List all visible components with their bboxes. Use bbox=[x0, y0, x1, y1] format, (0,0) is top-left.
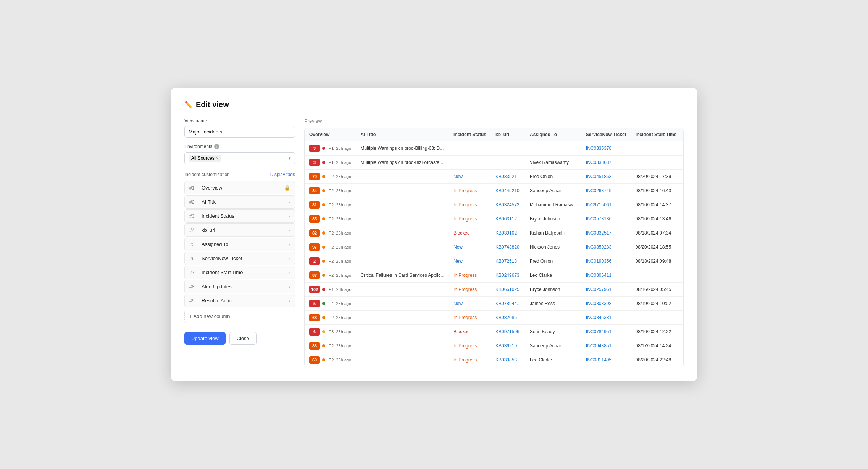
kb-url-link[interactable]: KB039102 bbox=[495, 230, 517, 236]
servicenow-link[interactable]: INC0451863 bbox=[586, 174, 611, 179]
servicenow-ticket-cell[interactable]: INC0648851 bbox=[581, 339, 631, 353]
kb-url-link[interactable]: KB033521 bbox=[495, 174, 517, 179]
servicenow-ticket-cell[interactable]: INC0333637 bbox=[581, 156, 631, 170]
servicenow-ticket-cell[interactable]: INC0808398 bbox=[581, 297, 631, 311]
servicenow-link[interactable]: INC0332517 bbox=[586, 230, 611, 236]
kb-url-cell[interactable]: KB039102 bbox=[491, 226, 525, 240]
kb-url-cell[interactable] bbox=[491, 156, 525, 170]
table-row[interactable]: 81 P2 23h ago In ProgressKB0324572Mohamm… bbox=[305, 198, 684, 212]
kb-url-cell[interactable]: KB072518 bbox=[491, 254, 525, 268]
kb-url-link[interactable]: KB0661025 bbox=[495, 287, 520, 292]
table-row[interactable]: 102 P1 23h ago In ProgressKB0661025Bryce… bbox=[305, 283, 684, 297]
servicenow-link[interactable]: INC0268749 bbox=[586, 188, 611, 193]
env-select-box[interactable]: All Sources × ▾ bbox=[184, 152, 295, 164]
servicenow-ticket-cell[interactable]: INC0784951 bbox=[581, 325, 631, 339]
servicenow-ticket-cell[interactable]: INC0451863 bbox=[581, 170, 631, 184]
column-item[interactable]: #8 Alert Updates › bbox=[184, 280, 295, 293]
column-item[interactable]: #2 AI Title › bbox=[184, 195, 295, 209]
table-row[interactable]: 68 P2 23h ago In ProgressKB082086INC0345… bbox=[305, 311, 684, 325]
display-tags-link[interactable]: Display tags bbox=[270, 172, 295, 177]
kb-url-cell[interactable]: KB0743820 bbox=[491, 240, 525, 254]
kb-url-cell[interactable]: KB0445210 bbox=[491, 184, 525, 198]
servicenow-link[interactable]: INC0190356 bbox=[586, 259, 611, 264]
kb-url-link[interactable]: KB039853 bbox=[495, 357, 517, 363]
servicenow-ticket-cell[interactable]: INC0257961 bbox=[581, 283, 631, 297]
servicenow-ticket-cell[interactable]: INC0811495 bbox=[581, 353, 631, 367]
close-button[interactable]: Close bbox=[229, 332, 257, 345]
ai-title-cell: Multiple Warnings on prod-Billing-63: D.… bbox=[356, 141, 449, 156]
servicenow-link[interactable]: INC0850283 bbox=[586, 244, 611, 250]
kb-url-link[interactable]: KB072518 bbox=[495, 259, 517, 264]
servicenow-ticket-cell[interactable]: INC0345381 bbox=[581, 311, 631, 325]
kb-url-cell[interactable]: KB039853 bbox=[491, 353, 525, 367]
kb-url-link[interactable]: KB082086 bbox=[495, 315, 517, 320]
column-item[interactable]: #7 Incident Start Time › bbox=[184, 266, 295, 279]
kb-url-link[interactable]: KB0743820 bbox=[495, 244, 520, 250]
table-row[interactable]: 5 P4 23h ago NewKB078944...James RossINC… bbox=[305, 297, 684, 311]
view-name-input[interactable] bbox=[184, 126, 295, 138]
table-row[interactable]: 2 P2 23h ago NewKB072518Fred OnionINC019… bbox=[305, 254, 684, 268]
table-row[interactable]: 85 P2 23h ago In ProgressKB063112Bryce J… bbox=[305, 212, 684, 226]
kb-url-cell[interactable] bbox=[491, 141, 525, 156]
kb-url-cell[interactable]: KB033521 bbox=[491, 170, 525, 184]
servicenow-ticket-cell[interactable]: INC0335378 bbox=[581, 141, 631, 156]
kb-url-cell[interactable]: KB0971506 bbox=[491, 325, 525, 339]
update-view-button[interactable]: Update view bbox=[184, 332, 226, 345]
column-item[interactable]: #3 Incident Status › bbox=[184, 209, 295, 223]
column-number: #9 bbox=[189, 298, 198, 304]
column-item[interactable]: #1 Overview 🔒 bbox=[184, 181, 295, 194]
kb-url-cell[interactable]: KB078944... bbox=[491, 297, 525, 311]
table-row[interactable]: 84 P2 23h ago In ProgressKB0445210Sandee… bbox=[305, 184, 684, 198]
table-row[interactable]: 82 P2 23h ago BlockedKB039102Kishan Bali… bbox=[305, 226, 684, 240]
incident-time: P3 bbox=[329, 329, 334, 334]
servicenow-link[interactable]: INC9715061 bbox=[586, 202, 611, 207]
kb-url-cell[interactable]: KB063112 bbox=[491, 212, 525, 226]
kb-url-cell[interactable]: KB036210 bbox=[491, 339, 525, 353]
column-item[interactable]: #6 ServiceNow Ticket › bbox=[184, 252, 295, 265]
add-column-button[interactable]: + Add new column bbox=[184, 310, 295, 323]
kb-url-link[interactable]: KB0324572 bbox=[495, 202, 520, 207]
servicenow-ticket-cell[interactable]: INC9715061 bbox=[581, 198, 631, 212]
servicenow-link[interactable]: INC0648851 bbox=[586, 343, 611, 349]
overview-cell: 5 P4 23h ago bbox=[305, 297, 356, 311]
servicenow-link[interactable]: INC0257961 bbox=[586, 287, 611, 292]
servicenow-ticket-cell[interactable]: INC0268749 bbox=[581, 184, 631, 198]
kb-url-cell[interactable]: KB0324572 bbox=[491, 198, 525, 212]
column-item[interactable]: #5 Assigned To › bbox=[184, 238, 295, 251]
kb-url-cell[interactable]: KB0249673 bbox=[491, 268, 525, 283]
column-item[interactable]: #4 kb_url › bbox=[184, 223, 295, 237]
servicenow-ticket-cell[interactable]: INC0850283 bbox=[581, 240, 631, 254]
kb-url-link[interactable]: KB0249673 bbox=[495, 273, 520, 278]
table-row[interactable]: 70 P2 23h ago NewKB033521Fred OnionINC04… bbox=[305, 170, 684, 184]
column-item[interactable]: #9 Resolve Action › bbox=[184, 294, 295, 307]
kb-url-link[interactable]: KB063112 bbox=[495, 216, 517, 222]
servicenow-ticket-cell[interactable]: INC0332517 bbox=[581, 226, 631, 240]
servicenow-link[interactable]: INC0806411 bbox=[586, 273, 611, 278]
servicenow-ticket-cell[interactable]: INC0806411 bbox=[581, 268, 631, 283]
table-row[interactable]: 3 P1 23h ago Multiple Warnings on prod-B… bbox=[305, 141, 684, 156]
servicenow-link[interactable]: INC0784951 bbox=[586, 329, 611, 334]
table-row[interactable]: 87 P2 23h ago Critical Failures in Card … bbox=[305, 268, 684, 283]
servicenow-link[interactable]: INC0808398 bbox=[586, 301, 611, 306]
kb-url-cell[interactable]: KB082086 bbox=[491, 311, 525, 325]
kb-url-cell[interactable]: KB0661025 bbox=[491, 283, 525, 297]
servicenow-ticket-cell[interactable]: INC0190356 bbox=[581, 254, 631, 268]
servicenow-link[interactable]: INC0345381 bbox=[586, 315, 611, 320]
table-row[interactable]: 83 P2 23h ago In ProgressKB036210Sandeep… bbox=[305, 339, 684, 353]
kb-url-link[interactable]: KB078944... bbox=[495, 301, 521, 306]
kb-url-link[interactable]: KB0445210 bbox=[495, 188, 520, 193]
table-header-cell: AI Title bbox=[356, 128, 449, 141]
table-row[interactable]: 3 P1 23h ago Multiple Warnings on prod-B… bbox=[305, 156, 684, 170]
table-row[interactable]: 6 P3 23h ago BlockedKB0971506Sean KeagyI… bbox=[305, 325, 684, 339]
env-tag-remove[interactable]: × bbox=[216, 156, 218, 161]
servicenow-ticket-cell[interactable]: INC0573186 bbox=[581, 212, 631, 226]
servicenow-link[interactable]: INC0811495 bbox=[586, 357, 611, 363]
table-row[interactable]: 60 P2 23h ago In ProgressKB039853Leo Cla… bbox=[305, 353, 684, 367]
servicenow-link[interactable]: INC0573186 bbox=[586, 216, 611, 222]
table-row[interactable]: 97 P2 23h ago NewKB0743820Nickson JonesI… bbox=[305, 240, 684, 254]
info-icon[interactable]: i bbox=[214, 144, 219, 149]
kb-url-link[interactable]: KB0971506 bbox=[495, 329, 520, 334]
servicenow-link[interactable]: INC0333637 bbox=[586, 160, 611, 165]
kb-url-link[interactable]: KB036210 bbox=[495, 343, 517, 349]
servicenow-link[interactable]: INC0335378 bbox=[586, 146, 611, 151]
